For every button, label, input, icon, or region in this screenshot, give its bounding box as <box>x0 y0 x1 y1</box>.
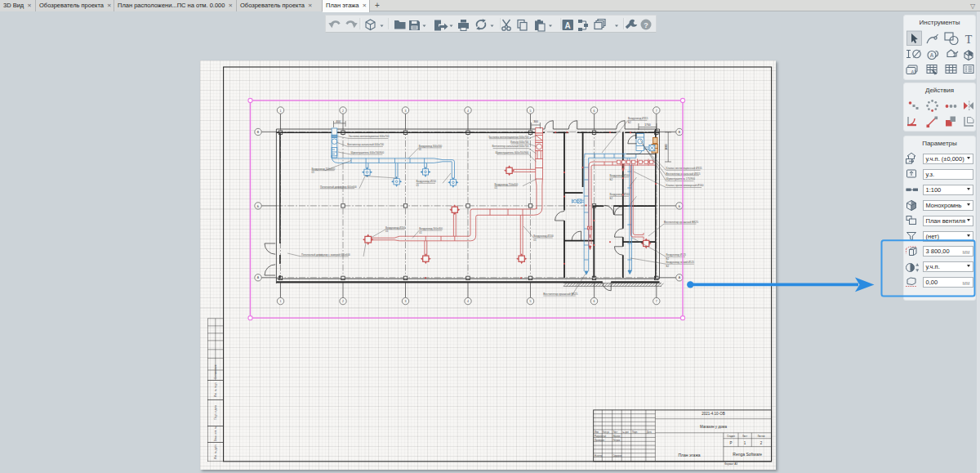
svg-text:Сидоров: Сидоров <box>613 454 622 457</box>
svg-text:Иванов: Иванов <box>613 435 621 438</box>
svg-text:01: 01 <box>495 186 498 190</box>
svg-text:План этажа: План этажа <box>678 453 700 457</box>
svg-text:Лист: Лист <box>613 431 618 434</box>
svg-text:Б2: Б2 <box>628 121 631 124</box>
svg-text:01: 01 <box>533 239 537 242</box>
svg-text:1: 1 <box>280 300 282 303</box>
svg-text:Р: Р <box>729 441 732 445</box>
svg-text:01: 01 <box>419 148 422 151</box>
svg-text:Воздуховод Ø315: Воздуховод Ø315 <box>628 117 648 120</box>
svg-text:Формат А3: Формат А3 <box>724 462 737 466</box>
svg-text:Воздуховод Ø200: Воздуховод Ø200 <box>533 234 554 238</box>
svg-text:2021-4.10-ОВ: 2021-4.10-ОВ <box>702 412 724 416</box>
svg-text:Б2: Б2 <box>666 265 670 268</box>
svg-text:Потолочный диффузор с камерой: Потолочный диффузор с камерой 600х600 <box>301 253 350 257</box>
svg-text:Петров: Петров <box>613 439 621 442</box>
svg-text:Стадия: Стадия <box>727 435 735 438</box>
svg-text:2: 2 <box>342 300 344 303</box>
svg-text:А: А <box>930 52 934 58</box>
svg-text:01: 01 <box>385 230 389 233</box>
svg-text:Воздуховод Ø160: Воздуховод Ø160 <box>610 174 630 177</box>
svg-text:6: 6 <box>594 109 595 113</box>
svg-text:1: 1 <box>280 109 282 113</box>
svg-text:Б2: Б2 <box>610 178 613 181</box>
svg-text:Б2: Б2 <box>610 197 613 200</box>
svg-text:Вентилятор канальный 600х700: Вентилятор канальный 600х700 <box>492 145 529 148</box>
svg-text:Клапан противопожарный Ø160: Клапан противопожарный Ø160 <box>666 184 704 187</box>
svg-text:Инв. № дубл.: Инв. № дубл. <box>214 444 217 460</box>
svg-text:2: 2 <box>342 109 344 113</box>
svg-text:Дата: Дата <box>647 431 652 434</box>
svg-text:3: 3 <box>405 109 407 113</box>
svg-text:?: ? <box>644 21 648 29</box>
svg-text:1700: 1700 <box>644 123 651 127</box>
svg-text:Воздуховод 750х400: Воздуховод 750х400 <box>495 183 519 186</box>
svg-text:Шумоглушитель 600х700/900: Шумоглушитель 600х700/900 <box>350 151 384 154</box>
svg-text:5: 5 <box>530 300 532 303</box>
svg-text:7: 7 <box>656 109 657 113</box>
svg-text:400: 400 <box>336 120 341 123</box>
svg-text:Лист: Лист <box>742 435 748 438</box>
svg-text:№ док: № док <box>622 431 629 434</box>
svg-text:Согласовано: Согласовано <box>214 364 217 379</box>
svg-text:Клапан вентиляционный Ø315: Клапан вентиляционный Ø315 <box>666 167 702 170</box>
svg-text:Фильтр 600х700: Фильтр 600х700 <box>510 141 529 144</box>
svg-text:Заслонка вентиляционная 600х70: Заслонка вентиляционная 600х700 <box>488 136 529 139</box>
svg-text:Н.контр.: Н.контр. <box>595 454 603 457</box>
svg-text:Воздуховод гибкий Ø125: Воздуховод гибкий Ø125 <box>666 261 695 264</box>
svg-text:Разработал: Разработал <box>595 435 607 438</box>
svg-text:300: 300 <box>533 120 538 123</box>
svg-text:Листов: Листов <box>757 435 765 438</box>
svg-text:01: 01 <box>312 171 315 174</box>
svg-text:Воздуховод 700х400: Воздуховод 700х400 <box>312 167 336 171</box>
svg-text:Воздуховод Ø200: Воздуховод Ø200 <box>416 180 437 183</box>
svg-text:3: 3 <box>405 300 407 303</box>
svg-text:Вентилятор крышный ВК25: Вентилятор крышный ВК25 <box>664 221 698 224</box>
svg-text:Изм: Изм <box>595 431 599 434</box>
svg-text:Подп.: Подп. <box>632 431 638 434</box>
svg-text:Подп. и дата: Подп. и дата <box>214 405 217 420</box>
svg-text:Вентилятор канальный 600х700: Вентилятор канальный 600х700 <box>347 143 384 146</box>
svg-text:Проверил: Проверил <box>595 439 604 442</box>
svg-text:Воздуховод Ø160: Воздуховод Ø160 <box>610 193 630 196</box>
svg-text:4: 4 <box>467 300 469 303</box>
svg-text:T: T <box>965 33 973 46</box>
svg-text:A: A <box>565 21 571 30</box>
svg-text:1000: 1000 <box>665 144 668 150</box>
svg-text:Заслонка вентиляционная 600х70: Заслонка вентиляционная 600х700 <box>349 135 390 138</box>
svg-text:Магазин у дома: Магазин у дома <box>700 425 727 429</box>
svg-text:Воздуховод 300х300: Воздуховод 300х300 <box>419 227 443 230</box>
svg-text:6: 6 <box>594 300 595 303</box>
svg-text:01: 01 <box>416 184 420 187</box>
svg-text:2: 2 <box>760 441 763 445</box>
svg-text:Кол.уч: Кол.уч <box>603 431 609 434</box>
svg-text:Взам. инв. №: Взам. инв. № <box>214 426 217 441</box>
svg-text:Воздуховод 300х300: Воздуховод 300х300 <box>419 145 443 148</box>
svg-text:Renga Software: Renga Software <box>733 452 762 457</box>
svg-text:01: 01 <box>419 231 422 234</box>
svg-text:A1: A1 <box>911 69 917 74</box>
svg-text:5: 5 <box>530 109 532 113</box>
svg-text:Воздуховод Ø200: Воздуховод Ø200 <box>385 226 406 230</box>
svg-text:1: 1 <box>744 441 746 445</box>
svg-text:7: 7 <box>656 300 657 303</box>
svg-text:Шумоглушитель 175/900: Шумоглушитель 175/900 <box>666 177 696 181</box>
svg-text:4: 4 <box>467 109 469 113</box>
svg-text:Инв. № подл.: Инв. № подл. <box>214 382 217 397</box>
svg-text:Потолочный диффузор 600х600: Потолочный диффузор 600х600 <box>320 185 357 189</box>
svg-text:Шумоглушитель 600х700/900: Шумоглушитель 600х700/900 <box>496 151 529 154</box>
